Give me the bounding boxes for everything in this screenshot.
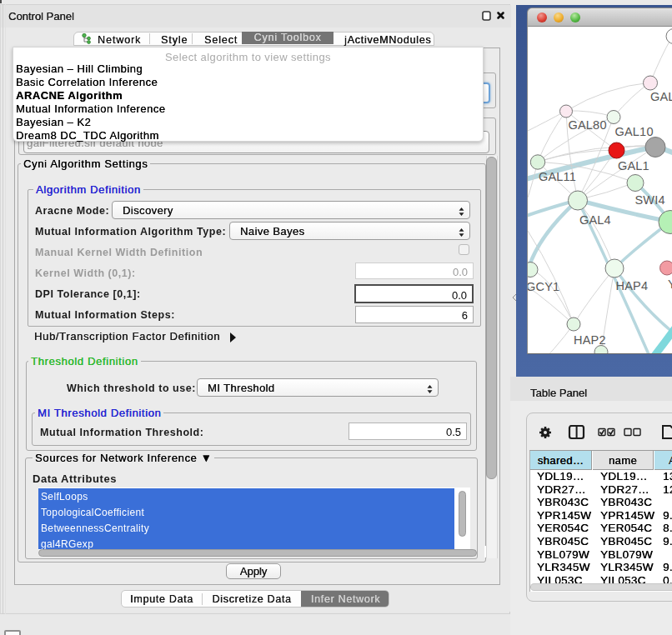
svg-text:GAL7: GAL7 [650,90,672,103]
svg-text:GAL1: GAL1 [618,159,649,172]
svg-text:GAL4: GAL4 [579,213,611,227]
svg-text:HAP2: HAP2 [574,333,606,347]
svg-text:GAL10: GAL10 [615,125,654,138]
svg-text:GAL11: GAL11 [539,170,576,183]
svg-text:HAP4: HAP4 [616,279,649,292]
svg-text:SWI4: SWI4 [635,193,665,207]
svg-text:GCY1: GCY1 [528,280,559,293]
svg-text:Y: Y [668,278,672,291]
svg-text:GAL80: GAL80 [569,118,607,132]
